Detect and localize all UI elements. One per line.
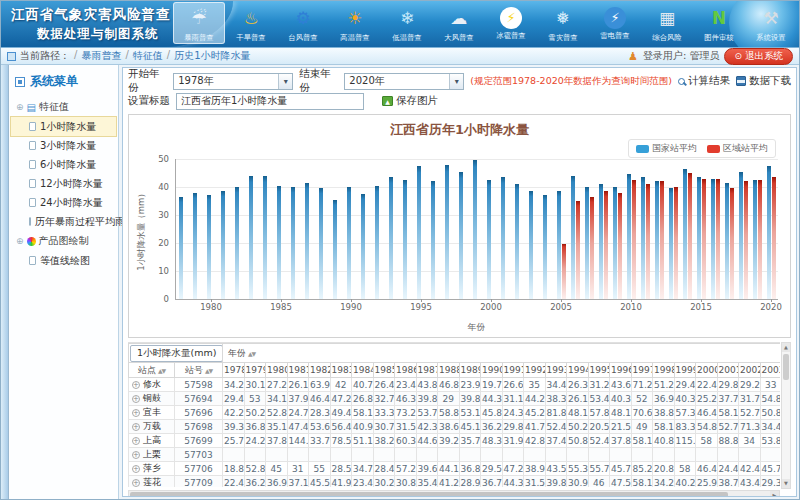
value-cell: 25.7 [223,434,245,448]
value-cell: 45.1 [459,420,481,434]
toolbar-item-hail[interactable]: ⚡冰雹普查 [485,2,537,42]
expander-icon[interactable]: ⊕ [16,102,24,112]
value-cell: 37.8 [610,434,632,448]
year-column-header: 1989 [459,363,481,378]
sort-arrows-icon[interactable]: ▲▼ [158,367,165,374]
document-icon [29,160,36,169]
toolbar-item-rainstorm[interactable]: ☔暴雨普查 [173,2,225,44]
vertical-scroll-thumb[interactable] [783,354,789,380]
station-column-header[interactable]: 站点▲▼ [129,363,175,378]
data-download-button[interactable]: 数据下载 [736,74,791,88]
sidebar-item[interactable]: 12小时降水量 [11,174,116,193]
horizontal-scroll-thumb[interactable] [130,492,728,497]
sidebar-item[interactable]: 24小时降水量 [11,193,116,212]
sort-arrows-icon[interactable]: ▲▼ [248,350,255,357]
scroll-right-arrow-icon[interactable]: ▶ [770,491,779,497]
sidebar-group-1[interactable]: ⊕▤特征值 [11,97,116,117]
value-cell [373,448,395,462]
value-cell: 43.6 [610,378,632,392]
sidebar-group-2[interactable]: ⊕产品图绘制 [11,231,116,251]
value-cell: 30.7 [373,420,395,434]
end-year-select[interactable]: 2020年 [344,73,464,90]
toolbar-item-lightning[interactable]: ⚡雷电普查 [589,2,641,42]
sidebar-item[interactable]: 6小时降水量 [11,155,116,174]
value-cell: 33.3 [373,406,395,420]
station-id-column-header[interactable]: 站号▲▼ [175,363,223,378]
value-cell: 34.2 [223,378,245,392]
toolbar-item-drought[interactable]: ♨干旱普查 [225,2,277,44]
table-vertical-scrollbar[interactable]: ▲ ▼ [781,342,791,489]
x-tick-label: 2010 [617,302,645,312]
toolbar-item-low-temp[interactable]: ❄低温普查 [381,2,433,44]
chart-legend[interactable]: 国家站平均区域站平均 [628,139,776,158]
menu-icon [15,77,25,87]
logged-in-user: 登录用户: 管理员 [643,49,720,63]
breadcrumb-item[interactable]: 特征值 [133,49,163,63]
breadcrumb-item[interactable]: 历史1小时降水量 [174,49,250,63]
year-sort-header[interactable]: 年份▲▼ [223,344,781,363]
value-cell: 55.3 [567,462,589,476]
calc-result-button[interactable]: 计算结果 [678,74,730,88]
toolbar-item-map-review[interactable]: N图件审核 [693,2,745,44]
search-icon [678,78,685,85]
value-cell [739,448,761,462]
value-cell: 36.8 [459,462,481,476]
sidebar-item[interactable]: 1小时降水量 [11,117,116,136]
expand-row-icon[interactable] [132,409,140,417]
toolbar-item-typhoon[interactable]: ⚙台风普查 [277,2,329,44]
bar-national-1996 [431,181,435,299]
value-cell: 30.8 [395,476,417,488]
value-cell: 22.4 [223,476,245,488]
station-name-cell: 萍乡 [129,462,175,476]
expand-row-icon[interactable] [132,465,140,473]
logout-button[interactable]: ⊙ 退出系统 [724,48,793,65]
scroll-up-arrow-icon[interactable]: ▲ [782,343,790,352]
legend-item[interactable]: 国家站平均 [636,142,697,155]
value-cell: 40.7 [352,378,374,392]
bar-national-2011 [641,177,645,299]
value-cell: 46.4 [696,406,718,420]
y-axis-label: 1小时降水量（mm） [136,189,148,270]
expand-row-icon[interactable] [132,451,140,459]
toolbar-item-gale[interactable]: ☁大风普查 [433,2,485,44]
start-year-select[interactable]: 1978年 [173,73,293,90]
chart-title-input[interactable] [176,93,364,110]
breadcrumb-item[interactable]: 暴雨普查 [81,49,121,63]
expand-row-icon[interactable] [132,395,140,403]
save-image-button[interactable]: ▲ 保存图片 [382,94,438,108]
year-column-header: 1988 [438,363,460,378]
toolbar-item-comprehensive-risk[interactable]: ▦综合风险 [641,2,693,44]
bar-national-1991 [361,194,365,299]
expander-icon[interactable]: ⊕ [16,236,24,246]
scroll-down-arrow-icon[interactable]: ▼ [782,479,790,488]
expand-row-icon[interactable] [132,381,140,389]
legend-label: 国家站平均 [652,142,697,155]
value-cell: 26.4 [373,378,395,392]
year-column-header: 2002 [739,363,761,378]
expand-row-icon[interactable] [132,423,140,431]
value-cell: 45.5 [309,476,331,488]
station-name-label: 铜鼓 [143,392,161,405]
value-cell: 39.8 [459,392,481,406]
main-panel: 开始年份 1978年 结束年份 2020年 (规定范围1978-2020年数据作… [122,67,797,497]
sidebar-title: 系统菜单 [11,68,116,97]
legend-item[interactable]: 区域站平均 [707,142,768,155]
value-cell: 35.4 [416,476,438,488]
value-cell: 28.9 [459,476,481,488]
expand-row-icon[interactable] [132,437,140,445]
station-name-cell: 上栗 [129,448,175,462]
sidebar-item[interactable]: 等值线绘图 [11,251,116,270]
sidebar-item[interactable]: 3小时降水量 [11,136,116,155]
value-cell: 37.4 [545,434,567,448]
sidebar-item[interactable]: 历年暴雨过程平均雨量 [11,212,116,231]
table-horizontal-scrollbar[interactable]: ▶ [128,490,780,497]
toolbar-item-high-temp[interactable]: ☀高温普查 [329,2,381,44]
toolbar-item-snow-disaster[interactable]: ❅雪灾普查 [537,2,589,44]
value-cell: 37.8 [266,434,288,448]
bar-regional-2006 [576,201,580,299]
sort-arrows-icon[interactable]: ▲▼ [205,367,212,374]
toolbar-item-system-settings[interactable]: ⚒系统设置 [745,2,797,44]
path-icon [7,52,16,61]
value-cell: 50.2 [567,420,589,434]
expand-row-icon[interactable] [132,479,140,487]
